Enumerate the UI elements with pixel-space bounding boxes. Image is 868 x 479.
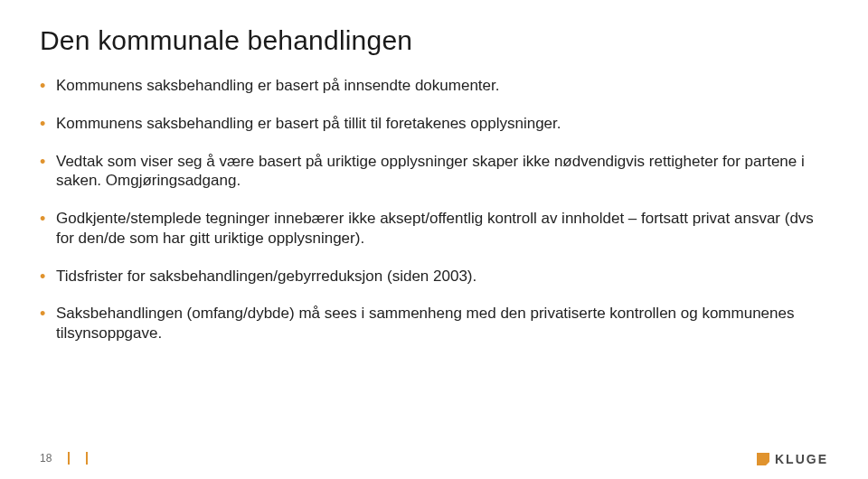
bullet-item: Tidsfrister for saksbehandlingen/gebyrre…	[40, 267, 828, 286]
footer-tick-icon	[86, 452, 88, 465]
footer-tick-icon	[68, 452, 70, 465]
bullet-list: Kommunens saksbehandling er basert på in…	[40, 76, 828, 343]
slide-title: Den kommunale behandlingen	[40, 25, 828, 56]
bullet-item: Vedtak som viser seg å være basert på ur…	[40, 152, 828, 192]
slide: Den kommunale behandlingen Kommunens sak…	[0, 0, 868, 479]
bullet-item: Kommunens saksbehandling er basert på ti…	[40, 114, 828, 134]
brand-logo: KLUGE	[757, 452, 828, 466]
bullet-item: Saksbehandlingen (omfang/dybde) må sees …	[40, 304, 828, 343]
logo-mark-icon	[757, 453, 769, 465]
bullet-item: Godkjente/stemplede tegninger innebærer …	[40, 209, 828, 249]
bullet-item: Kommunens saksbehandling er basert på in…	[40, 76, 828, 96]
footer: 18	[40, 452, 88, 465]
page-number: 18	[40, 452, 52, 465]
logo-text: KLUGE	[775, 452, 828, 466]
